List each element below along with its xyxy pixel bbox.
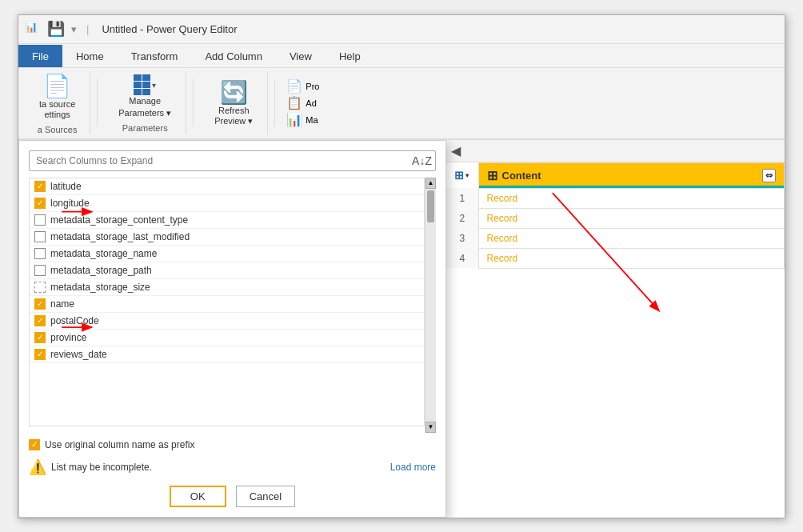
window-title: Untitled - Power Query Editor [102,23,237,35]
content-header-label: Content [502,170,541,182]
col-metadata-path-label: metadata_storage_path [50,265,152,276]
col-postalcode-label: postalCode [50,315,99,326]
prefix-checkbox[interactable]: ✓ [29,439,40,450]
col-longitude-label: longitude [50,198,90,209]
col-metadata-last-modified-checkbox[interactable] [34,231,46,242]
col-longitude-checkbox[interactable]: ✓ [34,198,46,209]
row-3-value[interactable]: Record [478,228,785,248]
scrollbar[interactable]: ▲ ▼ [425,178,436,433]
col-name-label: name [50,298,74,310]
col-name[interactable]: ✓ name [30,296,424,313]
scroll-down-btn[interactable]: ▼ [425,422,436,433]
tab-home[interactable]: Home [62,45,118,67]
col-name-checkbox[interactable]: ✓ [34,298,46,310]
tab-add-column[interactable]: Add Column [191,45,276,67]
sort-icon: A↓Z [409,151,435,170]
col-reviews-date-label: reviews_date [50,349,107,360]
row-3-record[interactable]: Record [487,233,518,244]
col-reviews-date-checkbox[interactable]: ✓ [34,349,46,360]
col-metadata-size-checkbox[interactable] [34,282,46,293]
col-metadata-path-checkbox[interactable] [34,265,46,276]
dialog-buttons: OK Cancel [29,486,436,507]
datasource-label: ta sourceettings [39,99,75,120]
datasource-sublabel: a Sources [38,125,78,134]
ma-btn[interactable]: 📊Ma [286,112,319,127]
app-icon: 📊 [25,21,41,37]
search-columns-input[interactable] [30,152,409,170]
ad-btn[interactable]: 📋Ad [286,95,319,110]
scroll-track [425,189,436,422]
col-postalcode-checkbox[interactable]: ✓ [34,315,46,326]
col-reviews-date[interactable]: ✓ reviews_date [30,346,424,363]
tab-file[interactable]: File [18,45,62,67]
ribbon-group-datasource: 📄 ta sourceettings a Sources [25,71,90,135]
nav-bar: ◀ [446,140,785,162]
row-2-record[interactable]: Record [487,213,518,224]
table-type-selector[interactable]: ⊞ ▾ [454,169,470,182]
ok-button[interactable]: OK [170,486,226,507]
col-metadata-content-type-checkbox[interactable] [34,214,46,226]
datasource-icon: 📄 [43,73,71,99]
col-metadata-content-type-label: metadata_storage_content_type [50,214,188,226]
parameters-sublabel: Parameters [122,123,168,133]
data-source-settings-btn[interactable]: 📄 ta sourceettings [34,71,80,122]
row-3-num: 3 [446,228,478,248]
cancel-button[interactable]: Cancel [236,486,295,507]
scroll-up-btn[interactable]: ▲ [425,178,436,189]
col-latitude-label: latitude [50,181,82,192]
row-1-record[interactable]: Record [487,193,518,204]
load-more-link[interactable]: Load more [390,462,436,473]
table-body: 1 Record 2 Record 3 Record 4 [446,188,785,268]
data-area: ◀ ⊞ ▾ [446,140,785,518]
refresh-preview-btn[interactable]: 🔄 RefreshPreview ▾ [210,78,258,128]
row-4-num: 4 [446,248,478,268]
pro-btn[interactable]: 📄Pro [286,78,319,94]
save-icon[interactable]: 💾 [47,20,65,38]
col-longitude[interactable]: ✓ longitude [30,195,424,212]
col-metadata-last-modified-label: metadata_storage_last_modified [50,231,190,242]
row-1-value[interactable]: Record [478,188,785,208]
scroll-thumb[interactable] [427,190,434,222]
refresh-label: RefreshPreview ▾ [214,106,253,126]
col-metadata-size-label: metadata_storage_size [50,282,150,293]
row-2-value[interactable]: Record [478,208,785,228]
content-table: ⊞ ▾ ⊞ Content ⇔ [446,162,785,269]
col-metadata-name-label: metadata_storage_name [50,248,157,259]
table-row: 1 Record [446,188,785,208]
search-box-container: A↓Z [29,150,436,171]
tab-transform[interactable]: Transform [118,45,192,67]
row-1-num: 1 [446,188,478,208]
tab-view[interactable]: View [276,45,326,67]
row-4-value[interactable]: Record [478,248,785,268]
manage-parameters-btn[interactable]: ▾ ManageParameters ▾ [114,73,176,120]
col-metadata-name[interactable]: metadata_storage_name [30,246,424,262]
col-latitude[interactable]: ✓ latitude [30,178,424,195]
parameters-label: ManageParameters ▾ [118,95,171,118]
table-icon: ⊞ [487,168,497,183]
columns-list-wrapper: ✓ latitude ✓ longitude metadata_storage_… [29,178,436,433]
ribbon-group-refresh: 🔄 RefreshPreview ▾ [200,71,268,135]
row-4-record[interactable]: Record [487,253,518,264]
main-area: ⚙️ A↓Z ✓ latitude ✓ longitude [18,140,785,518]
col-metadata-last-modified[interactable]: metadata_storage_last_modified [30,229,424,246]
col-province[interactable]: ✓ province [30,330,424,346]
sep-3 [274,79,275,127]
title-bar: 📊 💾 ▾ | Untitled - Power Query Editor [18,15,785,44]
params-icons: ▾ [134,74,156,95]
prefix-label: Use original column name as prefix [45,439,194,450]
refresh-icon: 🔄 [220,79,248,106]
col-metadata-content-type[interactable]: metadata_storage_content_type [30,212,424,229]
col-province-checkbox[interactable]: ✓ [34,332,46,343]
columns-list: ✓ latitude ✓ longitude metadata_storage_… [29,178,425,426]
col-postalcode[interactable]: ✓ postalCode [30,313,424,330]
nav-back-arrow[interactable]: ◀ [451,143,461,158]
col-metadata-path[interactable]: metadata_storage_path [30,262,424,279]
expand-col-btn[interactable]: ⇔ [762,169,776,182]
col-metadata-name-checkbox[interactable] [34,248,46,259]
row-2-num: 2 [446,208,478,228]
warning-text: List may be incomplete. [51,462,152,473]
ribbon-group-extra: 📄Pro 📋Ad 📊Ma [282,78,324,127]
tab-help[interactable]: Help [326,45,374,67]
col-latitude-checkbox[interactable]: ✓ [34,181,46,192]
col-metadata-size[interactable]: metadata_storage_size [30,279,424,296]
